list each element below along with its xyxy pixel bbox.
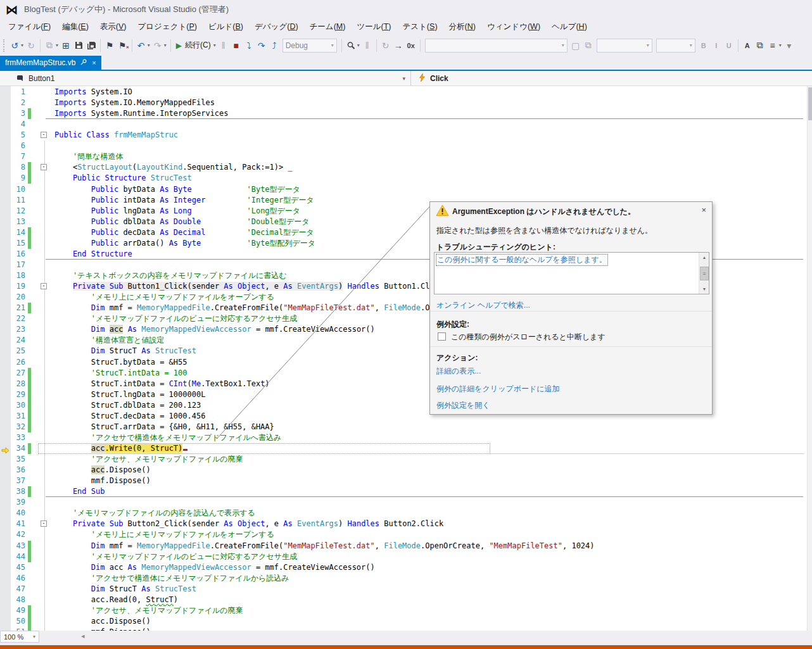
code-line[interactable]: 33 'アクセサで構造体をメモリマップドファイルへ書込み [0, 432, 812, 443]
menu-item-e[interactable]: 編集(E) [56, 19, 94, 35]
menu-item-s[interactable]: テスト(S) [396, 19, 443, 35]
listbox-scrollbar-thumb[interactable] [700, 267, 709, 280]
code-line[interactable]: 42 'メモリ上にメモリマップドファイルをオープンする [0, 529, 812, 540]
chevron-down-icon[interactable]: ▾ [56, 42, 58, 48]
break-when-thrown-checkbox[interactable] [438, 332, 446, 341]
listbox-scrollbar[interactable]: ▲ ▼ [699, 253, 709, 294]
event-dropdown[interactable]: Click [412, 71, 812, 85]
code-line[interactable]: 2Imports System.IO.MemoryMappedFiles [0, 98, 812, 108]
code-line[interactable]: 47 Dim StrucT As StrucTest [0, 584, 812, 595]
step-into-icon[interactable]: ⤵ [243, 38, 255, 53]
copy-format-icon[interactable]: ⧉ [754, 38, 766, 53]
code-line[interactable]: 50 acc.Dispose() [0, 616, 812, 627]
search-online-help-link[interactable]: オンライン ヘルプで検索... [436, 300, 530, 311]
code-line[interactable]: 9 Public Structure StrucTest [0, 173, 812, 184]
fold-collapse-box[interactable]: - [41, 520, 47, 527]
new-item-icon[interactable]: ⊞ [60, 38, 72, 53]
code-line[interactable]: 32 StrucT.arrData = {&H0, &H11, &H55, &H… [0, 422, 812, 432]
code-line[interactable]: 41- Private Sub Button2_Click(sender As … [0, 519, 812, 529]
copy-detail-to-clipboard-link[interactable]: 例外の詳細をクリップボードに追加 [436, 384, 560, 394]
chevron-down-icon[interactable]: ▾ [357, 42, 360, 48]
scroll-left-arrow-icon[interactable]: ◂ [81, 632, 85, 640]
hex-display-icon[interactable]: 0x [405, 38, 417, 53]
menu-item-f[interactable]: ファイル(F) [3, 19, 56, 35]
save-icon[interactable] [72, 38, 85, 53]
general-help-link[interactable]: この例外に関する一般的なヘルプを参照します。 [436, 254, 608, 266]
scroll-down-arrow-icon[interactable]: ▼ [699, 284, 709, 294]
vertical-scrollbar[interactable] [807, 86, 812, 631]
close-icon[interactable]: × [92, 59, 96, 66]
scroll-up-arrow-icon[interactable]: ▲ [699, 253, 709, 262]
code-line[interactable]: 8- <StructLayout(LayoutKind.Sequential, … [0, 162, 812, 173]
chevron-down-icon[interactable]: ▾ [164, 42, 167, 48]
thread-combo[interactable]: ▾ [597, 39, 652, 53]
menu-item-b[interactable]: ビルド(B) [203, 19, 249, 35]
code-line[interactable]: 43 Dim mmf = MemoryMappedFile.CreateFrom… [0, 541, 812, 551]
code-line[interactable]: 36 acc.Dispose() [0, 465, 812, 476]
code-line[interactable]: 45 Dim acc As MemoryMappedViewAccessor =… [0, 562, 812, 573]
code-line[interactable]: 35 'アクセサ、メモリマップドファイルの廃棄 [0, 454, 812, 465]
code-text: mmf.Dispose() [54, 476, 151, 486]
step-over-icon[interactable]: ↷ [255, 38, 268, 53]
zoom-level-combo[interactable]: 100 % ▾ [0, 631, 39, 643]
navigate-backward-icon[interactable]: ↺ [8, 38, 21, 53]
chevron-down-icon[interactable]: ▾ [779, 42, 782, 48]
step-out-icon[interactable]: ⤴ [268, 38, 281, 53]
chevron-down-icon[interactable]: ▾ [213, 42, 216, 48]
code-line[interactable]: 3Imports System.Runtime.InteropServices [0, 108, 812, 119]
code-line[interactable]: 34 acc.Write(0, StrucT) [0, 443, 812, 454]
menu-item-w[interactable]: ウィンドウ(W) [481, 19, 546, 35]
code-line[interactable]: 4 [0, 119, 812, 130]
code-line[interactable]: 10 Public bytData As Byte 'Byte型データ [0, 184, 812, 195]
menu-item-m[interactable]: チーム(M) [304, 19, 352, 35]
find-icon[interactable] [345, 38, 357, 53]
code-line[interactable]: 48 acc.Read(0, StrucT) [0, 595, 812, 605]
troubleshooting-hints-listbox[interactable]: この例外に関する一般的なヘルプを参照します。 ▲ ▼ [434, 252, 709, 294]
toolbar-overflow-icon[interactable]: ▾ [783, 38, 796, 53]
menu-item-h[interactable]: ヘルプ(H) [546, 19, 593, 35]
code-line[interactable]: 1Imports System.IO [0, 87, 812, 98]
code-line[interactable]: 7 '簡単な構造体 [0, 151, 812, 162]
close-icon[interactable]: × [701, 205, 706, 215]
stack-frame-combo[interactable]: ▾ [656, 39, 695, 53]
fold-collapse-box[interactable]: - [41, 283, 47, 289]
chevron-down-icon[interactable]: ▾ [21, 42, 23, 48]
menu-item-n[interactable]: 分析(N) [443, 19, 481, 35]
horizontal-scrollbar[interactable]: 100 % ▾ ◂ [0, 631, 812, 643]
menu-item-d[interactable]: デバッグ(D) [249, 19, 304, 35]
chevron-down-icon: ▾ [33, 634, 35, 640]
debug-config-combo[interactable]: Debug▾ [282, 39, 337, 53]
code-line[interactable]: 49 'アクセサ、メモリマップドファイルの廃棄 [0, 605, 812, 616]
vertical-scrollbar-thumb[interactable] [808, 87, 812, 120]
show-next-statement-icon[interactable]: → [392, 38, 405, 53]
code-line[interactable]: 46 'アクセサで構造体にメモリマップドファイルから読込み [0, 573, 812, 584]
open-exception-settings-link[interactable]: 例外設定を開く [436, 400, 490, 411]
list-options-icon[interactable]: ≡ [766, 38, 779, 53]
fold-collapse-box[interactable]: - [41, 164, 47, 170]
object-dropdown[interactable]: Button1 ▾ [0, 71, 411, 85]
tab-frmmemmapstruc[interactable]: frmMemMapStruc.vb × [0, 56, 101, 70]
code-line[interactable]: 39 [0, 497, 812, 508]
save-all-icon[interactable] [85, 38, 98, 53]
code-line[interactable]: 38 End Sub [0, 486, 812, 497]
code-line[interactable]: 44 'メモリマップドファイルのビューに対応するアクセサ生成 [0, 551, 812, 562]
undo-icon[interactable]: ↶ [135, 38, 148, 53]
view-detail-link[interactable]: 詳細の表示... [436, 366, 481, 377]
chevron-down-icon[interactable]: ▾ [148, 42, 150, 48]
fold-collapse-box[interactable]: - [41, 132, 47, 138]
bookmark-add-icon[interactable]: ⚑ [103, 38, 116, 53]
code-line[interactable]: 6 [0, 141, 812, 151]
continue-button[interactable]: ▶続行(C) [174, 38, 213, 53]
line-number: 16 [0, 249, 25, 260]
font-color-icon[interactable]: A [741, 38, 754, 53]
code-line[interactable]: 5-Public Class frmMemMapStruc [0, 130, 812, 141]
stop-icon[interactable]: ■ [230, 38, 243, 53]
chevron-down-icon[interactable]: ▾ [402, 75, 405, 82]
menu-item-v[interactable]: 表示(V) [94, 19, 132, 35]
menu-item-p[interactable]: プロジェクト(P) [132, 19, 203, 35]
code-line[interactable]: 37 mmf.Dispose() [0, 476, 812, 486]
pin-icon[interactable] [80, 59, 87, 66]
menu-item-t[interactable]: ツール(T) [351, 19, 396, 35]
process-combo[interactable]: ▾ [425, 39, 568, 53]
code-line[interactable]: 40 'メモリマップドファイルの内容を読込んで表示する [0, 508, 812, 519]
